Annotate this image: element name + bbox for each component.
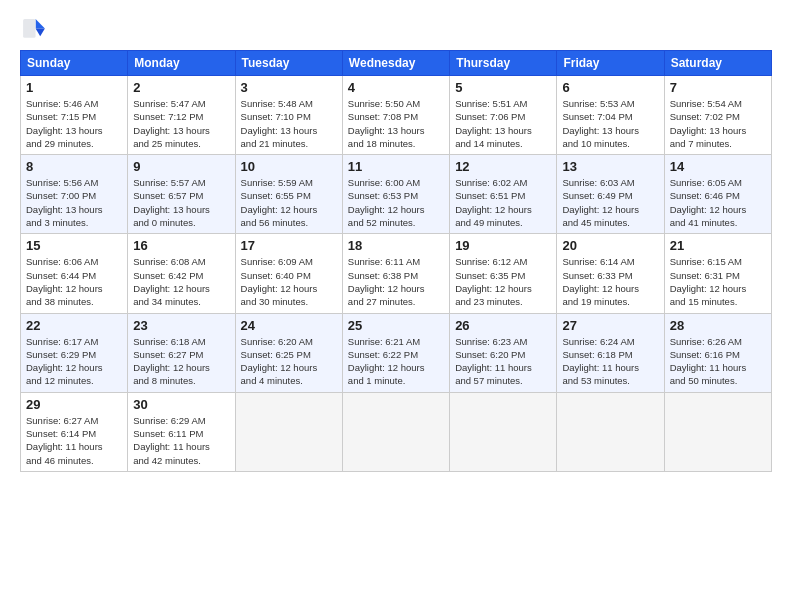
calendar-week-4: 22Sunrise: 6:17 AM Sunset: 6:29 PM Dayli… bbox=[21, 313, 772, 392]
day-info: Sunrise: 6:17 AM Sunset: 6:29 PM Dayligh… bbox=[26, 335, 122, 388]
day-info: Sunrise: 5:57 AM Sunset: 6:57 PM Dayligh… bbox=[133, 176, 229, 229]
calendar-day: 27Sunrise: 6:24 AM Sunset: 6:18 PM Dayli… bbox=[557, 313, 664, 392]
day-number: 29 bbox=[26, 397, 122, 412]
calendar-day: 11Sunrise: 6:00 AM Sunset: 6:53 PM Dayli… bbox=[342, 155, 449, 234]
day-info: Sunrise: 5:48 AM Sunset: 7:10 PM Dayligh… bbox=[241, 97, 337, 150]
day-number: 14 bbox=[670, 159, 766, 174]
col-monday: Monday bbox=[128, 51, 235, 76]
calendar-body: 1Sunrise: 5:46 AM Sunset: 7:15 PM Daylig… bbox=[21, 76, 772, 472]
logo-icon bbox=[20, 16, 48, 44]
calendar-day: 2Sunrise: 5:47 AM Sunset: 7:12 PM Daylig… bbox=[128, 76, 235, 155]
day-number: 10 bbox=[241, 159, 337, 174]
calendar-day: 19Sunrise: 6:12 AM Sunset: 6:35 PM Dayli… bbox=[450, 234, 557, 313]
day-number: 1 bbox=[26, 80, 122, 95]
calendar-day bbox=[235, 392, 342, 471]
day-number: 20 bbox=[562, 238, 658, 253]
day-info: Sunrise: 5:51 AM Sunset: 7:06 PM Dayligh… bbox=[455, 97, 551, 150]
calendar-day bbox=[342, 392, 449, 471]
calendar-day: 26Sunrise: 6:23 AM Sunset: 6:20 PM Dayli… bbox=[450, 313, 557, 392]
day-number: 13 bbox=[562, 159, 658, 174]
day-info: Sunrise: 6:29 AM Sunset: 6:11 PM Dayligh… bbox=[133, 414, 229, 467]
day-info: Sunrise: 6:27 AM Sunset: 6:14 PM Dayligh… bbox=[26, 414, 122, 467]
calendar-day: 17Sunrise: 6:09 AM Sunset: 6:40 PM Dayli… bbox=[235, 234, 342, 313]
svg-marker-0 bbox=[36, 19, 45, 28]
day-number: 4 bbox=[348, 80, 444, 95]
col-tuesday: Tuesday bbox=[235, 51, 342, 76]
day-number: 2 bbox=[133, 80, 229, 95]
calendar-day: 1Sunrise: 5:46 AM Sunset: 7:15 PM Daylig… bbox=[21, 76, 128, 155]
col-wednesday: Wednesday bbox=[342, 51, 449, 76]
day-info: Sunrise: 5:54 AM Sunset: 7:02 PM Dayligh… bbox=[670, 97, 766, 150]
calendar-week-5: 29Sunrise: 6:27 AM Sunset: 6:14 PM Dayli… bbox=[21, 392, 772, 471]
day-info: Sunrise: 6:11 AM Sunset: 6:38 PM Dayligh… bbox=[348, 255, 444, 308]
day-info: Sunrise: 6:02 AM Sunset: 6:51 PM Dayligh… bbox=[455, 176, 551, 229]
day-info: Sunrise: 6:08 AM Sunset: 6:42 PM Dayligh… bbox=[133, 255, 229, 308]
calendar-day: 5Sunrise: 5:51 AM Sunset: 7:06 PM Daylig… bbox=[450, 76, 557, 155]
day-number: 5 bbox=[455, 80, 551, 95]
day-info: Sunrise: 6:20 AM Sunset: 6:25 PM Dayligh… bbox=[241, 335, 337, 388]
calendar-day: 15Sunrise: 6:06 AM Sunset: 6:44 PM Dayli… bbox=[21, 234, 128, 313]
day-info: Sunrise: 6:21 AM Sunset: 6:22 PM Dayligh… bbox=[348, 335, 444, 388]
day-info: Sunrise: 6:03 AM Sunset: 6:49 PM Dayligh… bbox=[562, 176, 658, 229]
day-info: Sunrise: 6:23 AM Sunset: 6:20 PM Dayligh… bbox=[455, 335, 551, 388]
day-number: 25 bbox=[348, 318, 444, 333]
day-info: Sunrise: 6:26 AM Sunset: 6:16 PM Dayligh… bbox=[670, 335, 766, 388]
calendar-week-1: 1Sunrise: 5:46 AM Sunset: 7:15 PM Daylig… bbox=[21, 76, 772, 155]
calendar-day: 16Sunrise: 6:08 AM Sunset: 6:42 PM Dayli… bbox=[128, 234, 235, 313]
day-number: 23 bbox=[133, 318, 229, 333]
logo bbox=[20, 16, 52, 44]
day-info: Sunrise: 6:09 AM Sunset: 6:40 PM Dayligh… bbox=[241, 255, 337, 308]
calendar-day: 3Sunrise: 5:48 AM Sunset: 7:10 PM Daylig… bbox=[235, 76, 342, 155]
calendar-day bbox=[664, 392, 771, 471]
day-info: Sunrise: 5:47 AM Sunset: 7:12 PM Dayligh… bbox=[133, 97, 229, 150]
day-number: 7 bbox=[670, 80, 766, 95]
day-info: Sunrise: 6:05 AM Sunset: 6:46 PM Dayligh… bbox=[670, 176, 766, 229]
calendar-day: 4Sunrise: 5:50 AM Sunset: 7:08 PM Daylig… bbox=[342, 76, 449, 155]
calendar-day: 20Sunrise: 6:14 AM Sunset: 6:33 PM Dayli… bbox=[557, 234, 664, 313]
day-number: 17 bbox=[241, 238, 337, 253]
day-info: Sunrise: 5:53 AM Sunset: 7:04 PM Dayligh… bbox=[562, 97, 658, 150]
calendar-day bbox=[557, 392, 664, 471]
day-number: 26 bbox=[455, 318, 551, 333]
calendar-day: 6Sunrise: 5:53 AM Sunset: 7:04 PM Daylig… bbox=[557, 76, 664, 155]
day-info: Sunrise: 6:06 AM Sunset: 6:44 PM Dayligh… bbox=[26, 255, 122, 308]
day-number: 18 bbox=[348, 238, 444, 253]
day-number: 30 bbox=[133, 397, 229, 412]
col-thursday: Thursday bbox=[450, 51, 557, 76]
day-info: Sunrise: 6:24 AM Sunset: 6:18 PM Dayligh… bbox=[562, 335, 658, 388]
calendar-table: Sunday Monday Tuesday Wednesday Thursday… bbox=[20, 50, 772, 472]
page: Sunday Monday Tuesday Wednesday Thursday… bbox=[0, 0, 792, 612]
day-number: 22 bbox=[26, 318, 122, 333]
calendar-header: Sunday Monday Tuesday Wednesday Thursday… bbox=[21, 51, 772, 76]
day-number: 6 bbox=[562, 80, 658, 95]
day-info: Sunrise: 6:00 AM Sunset: 6:53 PM Dayligh… bbox=[348, 176, 444, 229]
calendar-day: 24Sunrise: 6:20 AM Sunset: 6:25 PM Dayli… bbox=[235, 313, 342, 392]
day-number: 16 bbox=[133, 238, 229, 253]
col-sunday: Sunday bbox=[21, 51, 128, 76]
calendar-day: 25Sunrise: 6:21 AM Sunset: 6:22 PM Dayli… bbox=[342, 313, 449, 392]
day-number: 3 bbox=[241, 80, 337, 95]
calendar-day: 23Sunrise: 6:18 AM Sunset: 6:27 PM Dayli… bbox=[128, 313, 235, 392]
calendar-day: 18Sunrise: 6:11 AM Sunset: 6:38 PM Dayli… bbox=[342, 234, 449, 313]
col-saturday: Saturday bbox=[664, 51, 771, 76]
day-number: 9 bbox=[133, 159, 229, 174]
day-info: Sunrise: 5:50 AM Sunset: 7:08 PM Dayligh… bbox=[348, 97, 444, 150]
calendar-day: 22Sunrise: 6:17 AM Sunset: 6:29 PM Dayli… bbox=[21, 313, 128, 392]
calendar-week-2: 8Sunrise: 5:56 AM Sunset: 7:00 PM Daylig… bbox=[21, 155, 772, 234]
calendar-week-3: 15Sunrise: 6:06 AM Sunset: 6:44 PM Dayli… bbox=[21, 234, 772, 313]
day-number: 12 bbox=[455, 159, 551, 174]
calendar-day bbox=[450, 392, 557, 471]
day-info: Sunrise: 5:59 AM Sunset: 6:55 PM Dayligh… bbox=[241, 176, 337, 229]
day-info: Sunrise: 6:14 AM Sunset: 6:33 PM Dayligh… bbox=[562, 255, 658, 308]
svg-rect-2 bbox=[23, 19, 35, 38]
calendar-day: 14Sunrise: 6:05 AM Sunset: 6:46 PM Dayli… bbox=[664, 155, 771, 234]
day-number: 21 bbox=[670, 238, 766, 253]
calendar-day: 29Sunrise: 6:27 AM Sunset: 6:14 PM Dayli… bbox=[21, 392, 128, 471]
day-info: Sunrise: 5:46 AM Sunset: 7:15 PM Dayligh… bbox=[26, 97, 122, 150]
day-info: Sunrise: 6:15 AM Sunset: 6:31 PM Dayligh… bbox=[670, 255, 766, 308]
day-number: 27 bbox=[562, 318, 658, 333]
svg-marker-1 bbox=[36, 28, 45, 36]
calendar-day: 28Sunrise: 6:26 AM Sunset: 6:16 PM Dayli… bbox=[664, 313, 771, 392]
header bbox=[20, 16, 772, 44]
day-number: 15 bbox=[26, 238, 122, 253]
